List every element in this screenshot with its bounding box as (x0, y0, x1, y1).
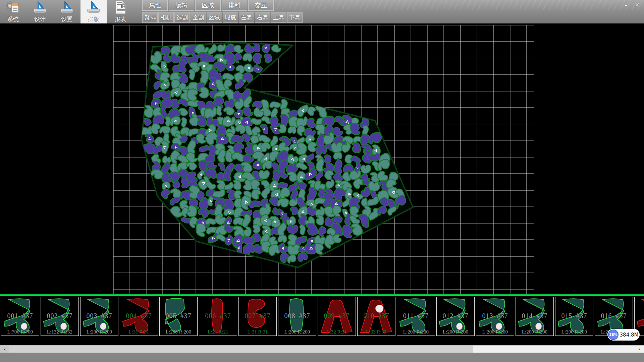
parts-strip: 001_#37L:700 R:700002_#37L:132 R:132003_… (0, 294, 644, 345)
part-tile-012_#37[interactable]: 012_#37L:200 R:200 (436, 297, 475, 336)
tool-item-select-cut[interactable]: 选割 (174, 12, 190, 23)
scroll-right-arrow-icon[interactable]: › (635, 346, 644, 353)
part-id: 004_#37 (120, 312, 158, 320)
part-lr-values: L:200 R:200 (160, 329, 197, 335)
part-tile-010_#37[interactable]: 010_#37L:33 R:33 (357, 297, 395, 336)
memory-value: 384.8M (619, 332, 640, 338)
part-tile-005_#37[interactable]: 005_#37L:200 R:200 (159, 297, 198, 336)
part-id: 008_#37 (278, 312, 316, 320)
tool-bar: 聚排相机选割全割区域瑕疵左靠右靠上靠下靠 (142, 12, 303, 23)
scrollbar-thumb[interactable] (9, 346, 473, 353)
report-icon (113, 0, 128, 16)
part-lr-values: L:33 R:33 (358, 329, 395, 335)
part-id: 013_#37 (476, 312, 514, 320)
tool-item-zone[interactable]: 区域 (207, 12, 222, 23)
strip-accent-line (0, 294, 644, 295)
part-id: 011_#37 (397, 312, 435, 320)
progress-circle: 38% (608, 329, 619, 340)
part-lr-values: L:21 R:21 (199, 329, 237, 335)
menu-item-interaction[interactable]: 交互 (248, 0, 274, 11)
part-lr-values: L:200 R:200 (555, 329, 593, 335)
status-bar (0, 353, 644, 362)
app-toolbar: 系统设计设置排版报表 (0, 0, 141, 23)
part-id: 016_#37 (595, 312, 633, 320)
part-lr-values: L:32 R:31 (318, 329, 356, 335)
menu-item-properties[interactable]: 属性 (142, 0, 168, 11)
app-button-settings[interactable]: 设置 (54, 0, 80, 23)
part-tile-009_#37[interactable]: 009_#37L:32 R:31 (318, 297, 356, 336)
part-id: 015_#37 (555, 312, 593, 320)
part-tile-001_#37[interactable]: 001_#37L:700 R:700 (1, 297, 39, 336)
part-lr-values: L:31 R:31 (120, 329, 158, 335)
close-button[interactable]: ✕ (633, 1, 642, 9)
part-id: 007_#37 (239, 312, 276, 320)
design-icon (32, 0, 48, 16)
part-tile-011_#37[interactable]: 011_#37L:200 R:200 (397, 297, 435, 336)
menu-item-nesting[interactable]: 排料 (222, 0, 247, 11)
minimize-button[interactable]: – (621, 1, 631, 9)
app-button-label: 设置 (61, 16, 72, 22)
tool-item-camera[interactable]: 相机 (158, 12, 174, 23)
horizontal-scrollbar[interactable]: ‹ › (0, 345, 644, 353)
app-button-system[interactable]: 系统 (0, 0, 26, 23)
part-id: 001_#37 (1, 312, 39, 320)
part-tile-007_#37[interactable]: 007_#37L:31 R:31 (238, 297, 277, 336)
memory-badge: 38% 384.8M (607, 329, 640, 341)
part-tile-008_#37[interactable]: 008_#37L:200 R:200 (278, 297, 316, 336)
part-tile-014_#37[interactable]: 014_#37L:200 R:200 (516, 297, 554, 336)
tool-item-snap-bottom[interactable]: 下靠 (287, 12, 303, 23)
tool-item-snap-left[interactable]: 左靠 (239, 12, 254, 23)
tool-item-cluster-nest[interactable]: 聚排 (142, 12, 158, 23)
app-button-report[interactable]: 报表 (107, 0, 133, 23)
part-id: 002_#37 (41, 312, 78, 320)
part-lr-values: L:132 R:132 (41, 329, 78, 335)
part-tile-013_#37[interactable]: 013_#37L:200 R:200 (476, 297, 514, 336)
app-button-label: 系统 (7, 16, 19, 22)
header: – ✕ 系统设计设置排版报表 属性编辑区域排料交互 聚排相机选割全割区域瑕疵左靠… (0, 0, 644, 24)
app-button-label: 设计 (34, 16, 46, 22)
part-id: 014_#37 (516, 312, 553, 320)
nesting-canvas[interactable] (0, 24, 644, 294)
layout-icon (86, 0, 101, 16)
part-lr-values: L:700 R:700 (1, 329, 39, 335)
app-button-layout[interactable]: 排版 (80, 0, 107, 23)
strip-accent-line-2 (0, 295, 644, 296)
part-id: 009_#37 (318, 312, 356, 320)
part-lr-values: L:200 R:200 (476, 329, 514, 335)
part-lr-values: L:31 R:31 (239, 329, 276, 335)
tool-item-cut-all[interactable]: 全割 (191, 12, 206, 23)
part-id: 003_#37 (80, 312, 118, 320)
tool-item-snap-top[interactable]: 上靠 (271, 12, 286, 23)
part-tile-002_#37[interactable]: 002_#37L:132 R:132 (41, 297, 79, 336)
tool-item-defect[interactable]: 瑕疵 (223, 12, 238, 23)
part-tile-015_#37[interactable]: 015_#37L:200 R:200 (555, 297, 593, 336)
part-id: 012_#37 (437, 312, 474, 320)
part-id: 006_#37 (199, 312, 237, 320)
app-button-label: 排版 (88, 16, 99, 22)
part-id: 005_#37 (160, 312, 197, 320)
app-button-label: 报表 (115, 16, 126, 22)
parts-tiles: 001_#37L:700 R:700002_#37L:132 R:132003_… (1, 297, 644, 337)
part-lr-values: L:200 R:200 (397, 329, 435, 335)
app-button-design[interactable]: 设计 (27, 0, 53, 23)
part-lr-values: L:200 R:200 (278, 329, 316, 335)
part-tile-004_#37[interactable]: 004_#37L:31 R:31 (120, 297, 158, 336)
title-bar: – ✕ (275, 0, 644, 10)
settings-icon (59, 0, 74, 16)
menu-item-edit[interactable]: 编辑 (169, 0, 194, 11)
part-tile-003_#37[interactable]: 003_#37L:200 R:200 (80, 297, 118, 336)
menu-item-region[interactable]: 区域 (195, 0, 221, 11)
tool-item-snap-right[interactable]: 右靠 (255, 12, 270, 23)
part-tile-006_#37[interactable]: 006_#37L:21 R:21 (199, 297, 237, 336)
menu-bar: 属性编辑区域排料交互 (142, 0, 275, 11)
system-icon (5, 0, 21, 16)
part-lr-values: L:200 R:200 (516, 329, 553, 335)
part-lr-values: L:200 R:200 (437, 329, 474, 335)
part-lr-values: L:200 R:200 (80, 329, 118, 335)
part-id: 010_#37 (358, 312, 395, 320)
scroll-left-arrow-icon[interactable]: ‹ (0, 346, 9, 353)
